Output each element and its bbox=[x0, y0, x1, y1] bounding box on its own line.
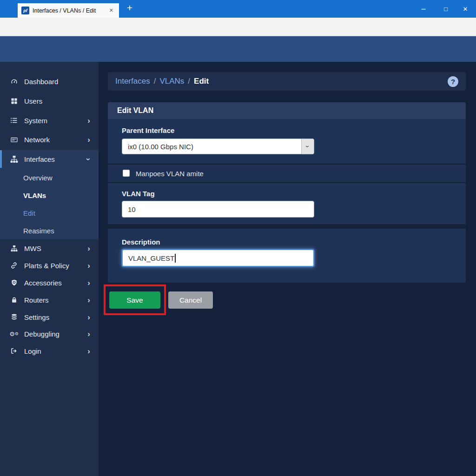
dashboard-gauge-icon bbox=[9, 78, 19, 86]
parent-interface-select[interactable]: ix0 (10.00 Gbps NIC) › bbox=[122, 139, 314, 154]
vlan-tag-label: VLAN Tag bbox=[122, 190, 155, 198]
sign-out-icon bbox=[9, 347, 19, 355]
page-help-icon[interactable]: ? bbox=[448, 76, 458, 87]
window-close-button[interactable]: ✕ bbox=[456, 0, 475, 18]
sidebar-item-login[interactable]: Login › bbox=[0, 342, 99, 360]
sidebar-item-dashboard[interactable]: Dashboard bbox=[0, 73, 99, 90]
breadcrumb-separator: / bbox=[188, 77, 190, 86]
chevron-right-icon: › bbox=[87, 313, 90, 321]
description-input[interactable]: VLAN_GUEST bbox=[122, 249, 314, 267]
sidebar-item-debuggling[interactable]: ⚙⚙ Debuggling › bbox=[0, 325, 99, 343]
save-button[interactable]: Save bbox=[109, 291, 160, 309]
panel-title: Edit VLAN bbox=[108, 102, 466, 119]
window-minimize-button[interactable]: – bbox=[414, 0, 433, 18]
text-caret bbox=[175, 254, 176, 263]
vlan-tag-field[interactable] bbox=[128, 205, 308, 213]
gears-icon: ⚙⚙ bbox=[9, 330, 19, 338]
system-list-icon bbox=[9, 117, 19, 125]
network-card-icon bbox=[9, 136, 19, 144]
breadcrumb-current: Edit bbox=[194, 77, 209, 86]
sidebar-item-mws[interactable]: MWS › bbox=[0, 239, 99, 257]
sidebar-item-label: Network bbox=[24, 136, 50, 144]
description-row: Description VLAN_GUEST bbox=[108, 229, 466, 283]
sidebar-item-label: Debuggling bbox=[24, 330, 60, 338]
vlan-tag-input[interactable] bbox=[122, 201, 314, 218]
chevron-right-icon: › bbox=[87, 296, 90, 304]
app-header: pfsense® Stats VLANs Advanced ? bbox=[0, 36, 476, 62]
sidebar-item-users[interactable]: Users bbox=[0, 92, 99, 110]
tab-title: Interfaces / VLANs / Edit bbox=[33, 7, 107, 14]
main-content: Interfaces / VLANs / Edit ? Edit VLAN Pa… bbox=[99, 62, 476, 476]
sidebar-item-label: System bbox=[24, 117, 47, 125]
sidebar-item-label: Interfaces bbox=[24, 155, 55, 163]
new-tab-button[interactable]: + bbox=[124, 2, 136, 13]
browser-toolbar: ← → ↻ https://pfsense.modern.is/VLANs/Ed… bbox=[0, 18, 476, 36]
sidebar-item-label: Routers bbox=[24, 296, 49, 304]
vlan-checkbox[interactable] bbox=[123, 170, 130, 177]
sidebar-subitem-vlans[interactable]: VLANs bbox=[23, 186, 46, 204]
sidebar-item-label: Settings bbox=[24, 313, 49, 321]
sidebar-subitem-reasimes[interactable]: Reasimes bbox=[23, 222, 54, 239]
pfsense-favicon-icon: pf bbox=[21, 7, 29, 14]
parent-interface-label: Parent Interface bbox=[122, 126, 174, 134]
select-chevron-down-icon[interactable]: › bbox=[301, 139, 314, 154]
vlan-tag-row: VLAN Tag bbox=[108, 183, 466, 224]
breadcrumb-vlans[interactable]: VLANs bbox=[159, 77, 184, 86]
breadcrumb: Interfaces / VLANs / Edit ? bbox=[108, 72, 466, 91]
chevron-right-icon: › bbox=[87, 136, 90, 144]
sidebar-item-label: Accessories bbox=[24, 279, 62, 287]
section-gap bbox=[108, 224, 466, 229]
shield-badge-icon bbox=[9, 279, 19, 287]
parent-interface-row: Parent Interface ix0 (10.00 Gbps NIC) › bbox=[108, 119, 466, 164]
chevron-right-icon: › bbox=[87, 262, 90, 270]
sitemap-icon bbox=[9, 245, 19, 252]
users-grid-icon bbox=[9, 97, 19, 105]
sidebar: Dashboard Users System › bbox=[0, 62, 99, 476]
link-icon bbox=[9, 262, 19, 270]
sidebar-item-label: Login bbox=[24, 347, 41, 355]
browser-tab[interactable]: pf Interfaces / VLANs / Edit ✕ bbox=[18, 3, 119, 18]
sidebar-item-system[interactable]: System › bbox=[0, 112, 99, 129]
sidebar-item-plarts-policy[interactable]: Plarts & Policy › bbox=[0, 257, 99, 274]
chevron-right-icon: › bbox=[87, 279, 90, 287]
cancel-button[interactable]: Cancel bbox=[168, 291, 213, 309]
description-value: VLAN_GUEST bbox=[128, 254, 174, 262]
sidebar-item-label: Dashboard bbox=[24, 78, 58, 86]
parent-interface-value: ix0 (10.00 Gbps NIC) bbox=[128, 143, 301, 151]
edit-vlan-panel: Edit VLAN Parent Interface ix0 (10.00 Gb… bbox=[108, 102, 466, 283]
sidebar-item-network[interactable]: Network › bbox=[0, 131, 99, 148]
chevron-right-icon: › bbox=[87, 347, 90, 355]
sidebar-item-routers[interactable]: Routers › bbox=[0, 291, 99, 309]
sidebar-item-label: MWS bbox=[24, 245, 41, 252]
sidebar-subitem-overview[interactable]: Overview bbox=[23, 169, 53, 186]
sidebar-subitem-edit[interactable]: Edit bbox=[23, 204, 35, 222]
chevron-right-icon: › bbox=[87, 330, 90, 338]
database-icon bbox=[9, 313, 19, 321]
lock-icon bbox=[9, 296, 19, 304]
chevron-right-icon: › bbox=[87, 117, 90, 125]
sidebar-item-accessories[interactable]: Accessories › bbox=[0, 274, 99, 291]
screen: pf Interfaces / VLANs / Edit ✕ + – □ ✕ ←… bbox=[0, 0, 476, 476]
window-maximize-button[interactable]: □ bbox=[436, 0, 456, 18]
vlan-checkbox-row: Manpoes VLAN amite bbox=[108, 165, 466, 182]
vlan-checkbox-label[interactable]: Manpoes VLAN amite bbox=[136, 165, 204, 182]
chevron-right-icon: › bbox=[87, 245, 90, 252]
description-label: Description bbox=[122, 238, 160, 246]
tab-close-icon[interactable]: ✕ bbox=[107, 7, 115, 14]
browser-titlebar: pf Interfaces / VLANs / Edit ✕ + – □ ✕ bbox=[0, 0, 476, 18]
breadcrumb-separator: / bbox=[154, 77, 156, 86]
sidebar-item-interfaces[interactable]: Interfaces › bbox=[0, 150, 99, 168]
sidebar-item-label: Users bbox=[24, 97, 42, 105]
sidebar-item-settings[interactable]: Settings › bbox=[0, 308, 99, 326]
breadcrumb-interfaces[interactable]: Interfaces bbox=[115, 77, 150, 86]
sitemap-icon bbox=[9, 155, 19, 163]
sidebar-item-label: Plarts & Policy bbox=[24, 262, 69, 270]
chevron-down-icon: › bbox=[85, 158, 93, 160]
